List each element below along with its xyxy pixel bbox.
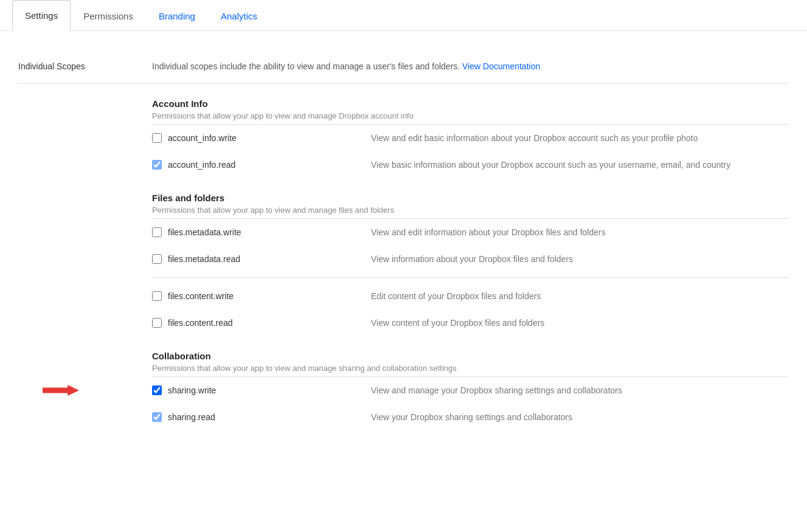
tab-settings[interactable]: Settings <box>12 0 71 31</box>
checkbox-account-info-write[interactable] <box>152 133 162 143</box>
checkbox-files-content-read[interactable] <box>152 318 162 328</box>
perm-desc-files-metadata-write: View and edit information about your Dro… <box>371 227 789 237</box>
checkbox-files-content-write[interactable] <box>152 291 162 301</box>
category-files-folders-header: Files and folders Permissions that allow… <box>152 178 789 218</box>
perm-desc-files-content-read: View content of your Dropbox files and f… <box>371 318 789 328</box>
checkbox-sharing-read[interactable] <box>152 412 162 422</box>
category-files-folders-title: Files and folders <box>152 193 789 203</box>
category-collaboration-header: Collaboration Permissions that allow you… <box>152 336 789 376</box>
checkbox-files-metadata-write[interactable] <box>152 227 162 237</box>
permission-files-metadata-write: files.metadata.write View and edit infor… <box>152 219 789 246</box>
perm-left-files-content-read: files.content.read <box>152 318 371 328</box>
category-account-info-header: Account Info Permissions that allow your… <box>152 84 789 124</box>
checkbox-account-info-read[interactable] <box>152 160 162 170</box>
category-collaboration: Collaboration Permissions that allow you… <box>18 336 789 430</box>
checkbox-files-metadata-read[interactable] <box>152 254 162 264</box>
permission-files-content-read: files.content.read View content of your … <box>152 309 789 336</box>
perm-left-files-content-write: files.content.write <box>152 291 371 301</box>
perm-desc-account-info-read: View basic information about your Dropbo… <box>371 160 789 170</box>
checkbox-sharing-write[interactable] <box>152 385 162 395</box>
permission-files-metadata-read: files.metadata.read View information abo… <box>152 246 789 272</box>
tab-analytics[interactable]: Analytics <box>208 1 270 31</box>
category-account-info-subtitle: Permissions that allow your app to view … <box>152 111 789 120</box>
perm-left-files-metadata-read: files.metadata.read <box>152 254 371 264</box>
arrow-indicator <box>43 382 79 399</box>
perm-desc-sharing-write: View and manage your Dropbox sharing set… <box>371 385 789 395</box>
perm-left-account-info-write: account_info.write <box>152 133 371 143</box>
category-collaboration-title: Collaboration <box>152 351 789 361</box>
category-account-info-title: Account Info <box>152 98 789 109</box>
permission-sharing-write: sharing.write View and manage your Dropb… <box>152 377 789 404</box>
perm-desc-files-metadata-read: View information about your Dropbox file… <box>371 254 789 264</box>
tab-permissions[interactable]: Permissions <box>71 1 146 31</box>
category-files-folders: Files and folders Permissions that allow… <box>18 178 789 336</box>
individual-scopes-label: Individual Scopes <box>18 61 152 71</box>
perm-left-files-metadata-write: files.metadata.write <box>152 227 371 237</box>
arrow-icon <box>43 382 79 399</box>
perm-name-sharing-write: sharing.write <box>168 385 216 395</box>
view-documentation-link[interactable]: View Documentation <box>462 61 540 71</box>
perm-name-account-info-read: account_info.read <box>168 160 235 170</box>
category-files-folders-subtitle: Permissions that allow your app to view … <box>152 206 789 215</box>
permission-files-content-write: files.content.write Edit content of your… <box>152 283 789 309</box>
category-account-info: Account Info Permissions that allow your… <box>18 84 789 178</box>
perm-left-sharing-read: sharing.read <box>152 412 371 422</box>
perm-name-files-content-read: files.content.read <box>168 318 233 328</box>
perm-name-files-content-write: files.content.write <box>168 291 234 301</box>
perm-name-files-metadata-read: files.metadata.read <box>168 254 240 264</box>
main-content: Individual Scopes Individual scopes incl… <box>0 31 807 449</box>
permission-account-info-read: account_info.read View basic information… <box>152 151 789 178</box>
perm-name-sharing-read: sharing.read <box>168 412 215 422</box>
perm-desc-files-content-write: Edit content of your Dropbox files and f… <box>371 291 789 301</box>
tabs-bar: Settings Permissions Branding Analytics <box>0 0 807 31</box>
tab-branding[interactable]: Branding <box>146 1 208 31</box>
group-divider-files <box>152 277 789 278</box>
permission-account-info-write: account_info.write View and edit basic i… <box>152 125 789 151</box>
permission-sharing-read: sharing.read View your Dropbox sharing s… <box>152 404 789 430</box>
individual-scopes-row: Individual Scopes Individual scopes incl… <box>18 49 789 84</box>
individual-scopes-description: Individual scopes include the ability to… <box>152 61 540 71</box>
perm-desc-sharing-read: View your Dropbox sharing settings and c… <box>371 412 789 422</box>
perm-name-account-info-write: account_info.write <box>168 133 237 143</box>
svg-marker-0 <box>43 385 79 396</box>
perm-left-account-info-read: account_info.read <box>152 160 371 170</box>
perm-desc-account-info-write: View and edit basic information about yo… <box>371 133 789 143</box>
perm-name-files-metadata-write: files.metadata.write <box>168 227 241 237</box>
category-collaboration-subtitle: Permissions that allow your app to view … <box>152 364 789 373</box>
perm-left-sharing-write: sharing.write <box>152 385 371 395</box>
